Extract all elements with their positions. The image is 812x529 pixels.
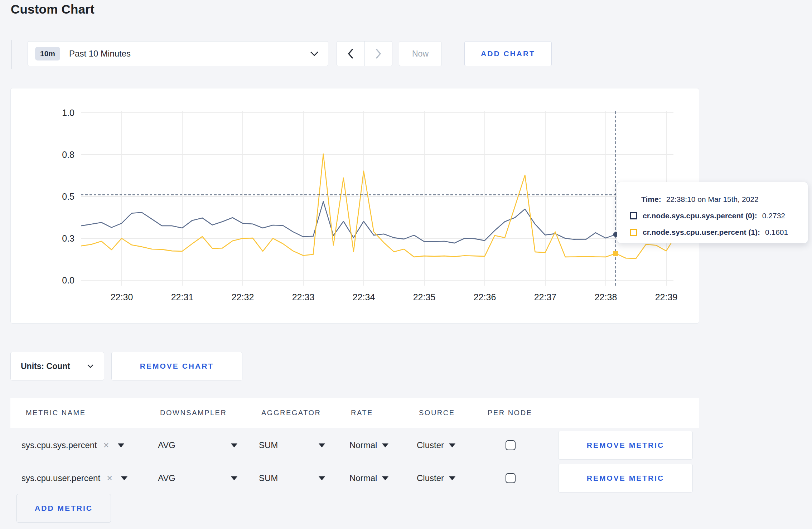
header-per-node: PER NODE: [488, 398, 532, 428]
rate-select[interactable]: Normal: [349, 464, 388, 492]
line-chart[interactable]: 0.00.30.50.81.022:3022:3122:3222:3322:34…: [11, 88, 700, 324]
metrics-table-header: METRIC NAME DOWNSAMPLER AGGREGATOR RATE …: [10, 398, 699, 428]
x-axis-label: 22:39: [655, 292, 678, 302]
y-axis-label: 1.0: [62, 108, 74, 118]
dropdown-caret-icon: [118, 443, 124, 447]
dropdown-caret-icon: [382, 443, 388, 447]
aggregator-select[interactable]: SUM: [259, 431, 325, 460]
x-axis-label: 22:31: [171, 292, 194, 302]
time-forward-button[interactable]: [365, 42, 392, 66]
sys-series-legend-icon: [630, 212, 637, 219]
downsampler-select[interactable]: AVG: [158, 431, 237, 460]
x-axis-label: 22:33: [292, 292, 315, 302]
x-axis-label: 22:35: [413, 292, 436, 302]
tooltip-time-row: Time: 22:38:10 on Mar 15th, 2022: [617, 191, 808, 208]
header-metric-name: METRIC NAME: [26, 398, 86, 428]
dropdown-caret-icon: [449, 476, 455, 480]
x-axis-label: 22:30: [111, 292, 133, 302]
header-source: SOURCE: [419, 398, 455, 428]
time-range-dropdown[interactable]: 10m Past 10 Minutes: [28, 41, 328, 66]
remove-chart-button[interactable]: REMOVE CHART: [111, 352, 242, 380]
downsampler-value: AVG: [158, 473, 175, 483]
metric-name-select[interactable]: sys.cpu.sys.percent ×: [21, 431, 124, 460]
clear-metric-icon[interactable]: ×: [107, 473, 112, 484]
downsampler-select[interactable]: AVG: [158, 464, 237, 492]
add-metric-button[interactable]: ADD METRIC: [16, 494, 111, 523]
per-node-checkbox[interactable]: [506, 440, 516, 450]
time-back-button[interactable]: [337, 42, 365, 66]
header-aggregator: AGGREGATOR: [261, 398, 321, 428]
source-value: Cluster: [417, 473, 444, 483]
metric-name-value: sys.cpu.sys.percent: [21, 440, 97, 450]
dropdown-caret-icon: [449, 443, 455, 447]
remove-metric-button[interactable]: REMOVE METRIC: [558, 464, 693, 492]
x-axis-label: 22:32: [232, 292, 254, 302]
time-range-label: Past 10 Minutes: [69, 49, 131, 59]
time-nav-group: [337, 41, 392, 66]
tooltip-series-label: cr.node.sys.cpu.sys.percent (0):: [643, 212, 757, 220]
chevron-left-icon: [347, 48, 354, 59]
rate-value: Normal: [349, 440, 377, 450]
chart-panel: 0.00.30.50.81.022:3022:3122:3222:3322:34…: [10, 88, 699, 324]
source-select[interactable]: Cluster: [417, 464, 455, 492]
tooltip-series-value: 0.2732: [762, 212, 785, 220]
dropdown-caret-icon: [231, 476, 237, 480]
tooltip-series-row: cr.node.sys.cpu.sys.percent (0): 0.2732: [617, 208, 808, 224]
chevron-right-icon: [375, 48, 382, 59]
source-select[interactable]: Cluster: [417, 431, 455, 460]
remove-metric-button[interactable]: REMOVE METRIC: [558, 431, 693, 460]
y-axis-label: 0.3: [62, 233, 74, 243]
user-series-line: [81, 154, 676, 258]
downsampler-value: AVG: [158, 440, 175, 450]
aggregator-select[interactable]: SUM: [259, 464, 325, 492]
source-value: Cluster: [417, 440, 444, 450]
x-axis-label: 22:34: [353, 292, 375, 302]
chart-tooltip: Time: 22:38:10 on Mar 15th, 2022 cr.node…: [617, 182, 808, 243]
y-axis-label: 0.5: [62, 191, 74, 202]
metric-name-select[interactable]: sys.cpu.user.percent ×: [21, 464, 127, 492]
metric-row: sys.cpu.user.percent × AVG SUM Normal Cl…: [10, 464, 699, 492]
header-downsampler: DOWNSAMPLER: [160, 398, 227, 428]
dropdown-caret-icon: [319, 476, 325, 480]
tooltip-time-label: Time:: [641, 195, 661, 204]
chevron-down-icon: [310, 51, 319, 57]
now-button[interactable]: Now: [399, 41, 442, 66]
rate-value: Normal: [349, 473, 377, 483]
tooltip-series-label: cr.node.sys.cpu.user.percent (1):: [643, 228, 760, 237]
dropdown-caret-icon: [319, 443, 325, 447]
x-axis-label: 22:36: [474, 292, 496, 302]
tooltip-series-value: 0.1601: [765, 228, 788, 237]
metric-name-value: sys.cpu.user.percent: [21, 473, 100, 483]
user-series-legend-icon: [630, 229, 637, 236]
dropdown-caret-icon: [231, 443, 237, 447]
chevron-down-icon: [87, 364, 94, 368]
aggregator-value: SUM: [259, 440, 278, 450]
dropdown-caret-icon: [121, 476, 127, 480]
add-chart-button[interactable]: ADD CHART: [464, 41, 552, 66]
units-dropdown[interactable]: Units: Count: [10, 352, 104, 380]
header-rate: RATE: [351, 398, 373, 428]
x-axis-label: 22:38: [595, 292, 617, 302]
page-title: Custom Chart: [11, 2, 95, 16]
dropdown-caret-icon: [382, 476, 388, 480]
user-highlight-dot: [613, 251, 618, 256]
y-axis-label: 0.8: [62, 150, 74, 160]
rate-select[interactable]: Normal: [349, 431, 388, 460]
toolbar-divider: [11, 40, 11, 69]
x-axis-label: 22:37: [534, 292, 557, 302]
per-node-checkbox[interactable]: [506, 473, 516, 483]
clear-metric-icon[interactable]: ×: [103, 440, 109, 451]
time-range-badge: 10m: [35, 47, 60, 60]
custom-chart-page: Custom Chart 10m Past 10 Minutes Now ADD…: [0, 0, 812, 529]
y-axis-label: 0.0: [62, 275, 74, 285]
metric-row: sys.cpu.sys.percent × AVG SUM Normal Clu…: [10, 431, 699, 460]
units-label: Units: Count: [21, 361, 70, 371]
tooltip-time-value: 22:38:10 on Mar 15th, 2022: [666, 195, 759, 204]
aggregator-value: SUM: [259, 473, 278, 483]
tooltip-series-row: cr.node.sys.cpu.user.percent (1): 0.1601: [617, 224, 808, 241]
